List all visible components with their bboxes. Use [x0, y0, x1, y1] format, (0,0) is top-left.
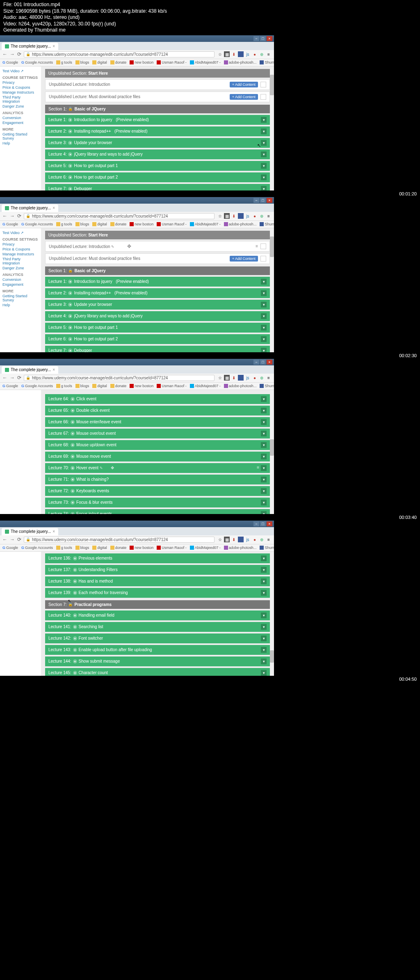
- instructors-link[interactable]: Manage Instructors: [2, 90, 39, 94]
- expand-button[interactable]: ▾: [261, 302, 267, 308]
- forward-button[interactable]: →: [10, 537, 15, 542]
- lecture-row[interactable]: Lecture 5: ● How to get output part 1 ▾: [45, 323, 270, 333]
- expand-button[interactable]: ▾: [261, 325, 267, 330]
- lecture-row[interactable]: Lecture 6: ● How to get output part 2 ▾: [45, 172, 270, 182]
- menu-icon[interactable]: ≡: [266, 537, 272, 542]
- help-link[interactable]: Help: [2, 141, 39, 145]
- ext-icon[interactable]: [238, 375, 244, 381]
- reload-button[interactable]: ⟳: [17, 537, 21, 542]
- back-button[interactable]: ←: [2, 51, 7, 57]
- lecture-row[interactable]: Lecture 2: ● Installing notepad++ (Previ…: [45, 126, 270, 136]
- expand-button[interactable]: ▾: [261, 336, 267, 342]
- ext-icon[interactable]: ▦: [224, 213, 230, 219]
- third-party-link[interactable]: Third Party Integration: [2, 257, 39, 265]
- expand-button[interactable]: ▾: [261, 290, 267, 296]
- expand-button[interactable]: ▾: [261, 442, 267, 448]
- expand-button[interactable]: ▾: [261, 555, 267, 561]
- expand-button[interactable]: ▾: [261, 613, 267, 618]
- bookmark-item[interactable]: GGoogle: [2, 222, 18, 226]
- bars-icon[interactable]: ≡: [257, 465, 259, 471]
- browser-tab[interactable]: The complete jquery... ×: [2, 43, 58, 50]
- edit-icon[interactable]: ✎: [100, 466, 103, 470]
- bookmark-item[interactable]: GGoogle Accounts: [21, 384, 53, 388]
- menu-icon[interactable]: ≡: [266, 213, 272, 219]
- lecture-row[interactable]: Lecture 136: ● Previous elements ▾: [45, 553, 270, 563]
- star-icon[interactable]: ☆: [217, 51, 223, 57]
- bookmark-item[interactable]: digital: [92, 384, 107, 388]
- lecture-row[interactable]: Lecture 6: ● How to get output part 2 ▾: [45, 334, 270, 344]
- expand-button[interactable]: ▾: [261, 408, 267, 413]
- danger-link[interactable]: Danger Zone: [2, 266, 39, 270]
- bookmark-item[interactable]: AbidMajeed07 -: [190, 546, 221, 550]
- minimize-button[interactable]: −: [253, 521, 259, 526]
- minimize-button[interactable]: −: [253, 198, 259, 203]
- expand-button[interactable]: ▾: [261, 117, 267, 123]
- scroll-thumb[interactable]: [270, 439, 274, 456]
- bookmark-item[interactable]: GGoogle Accounts: [21, 60, 53, 64]
- star-icon[interactable]: ☆: [217, 375, 223, 381]
- expand-button[interactable]: ▾: [261, 279, 267, 285]
- ext-icon[interactable]: js: [245, 51, 251, 57]
- danger-link[interactable]: Danger Zone: [2, 104, 39, 108]
- browser-tab[interactable]: The complete jquery... ×: [2, 204, 58, 212]
- url-bar[interactable]: 🔒 https://www.udemy.com/course-manage/ed…: [24, 51, 215, 57]
- delete-button[interactable]: [260, 256, 266, 262]
- ext-icon[interactable]: [238, 537, 244, 542]
- menu-icon[interactable]: ≡: [266, 375, 272, 381]
- lecture-row[interactable]: Lecture 70: ● Hover event ✎ ✥ ≡▾: [45, 463, 270, 473]
- bookmark-item[interactable]: donate: [110, 60, 127, 64]
- ext-icon[interactable]: js: [245, 213, 251, 219]
- expand-button[interactable]: ▾: [261, 659, 267, 664]
- lecture-row[interactable]: Lecture 67: ● Mouse over/out event ▾: [45, 429, 270, 438]
- delete-button[interactable]: [260, 243, 266, 249]
- lecture-row[interactable]: Lecture 71: ● What is chaining? ▾: [45, 475, 270, 484]
- ext-icon[interactable]: ⬇: [231, 213, 237, 219]
- bookmark-item[interactable]: digital: [92, 60, 107, 64]
- price-link[interactable]: Price & Coupons: [2, 85, 39, 90]
- maximize-button[interactable]: □: [260, 360, 266, 365]
- tab-close-icon[interactable]: ×: [52, 206, 55, 210]
- ext-icon[interactable]: [238, 51, 244, 57]
- bookmark-item[interactable]: Shumail Ahmed: [260, 60, 274, 64]
- ext-icon[interactable]: ▦: [224, 537, 230, 542]
- scrollbar[interactable]: [270, 67, 274, 190]
- bookmark-item[interactable]: Usman Raoof -: [157, 384, 187, 388]
- lecture-row[interactable]: Lecture 141: ● Searching list ▾: [45, 622, 270, 632]
- url-bar[interactable]: 🔒 https://www.udemy.com/course-manage/ed…: [24, 213, 215, 219]
- edit-icon[interactable]: ✎: [111, 245, 114, 249]
- bookmark-item[interactable]: new boston: [130, 546, 153, 550]
- lecture-row[interactable]: Lecture 1: ● Introduction to jquery (Pre…: [45, 115, 270, 125]
- reload-button[interactable]: ⟳: [17, 51, 21, 57]
- lecture-row[interactable]: Lecture 72: ● Keyboards events ▾: [45, 486, 270, 496]
- delete-button[interactable]: [260, 94, 266, 100]
- expand-button[interactable]: ▾: [261, 186, 267, 190]
- bookmark-item[interactable]: g tools: [56, 384, 72, 388]
- unpublished-lecture-item[interactable]: Unpublished Lecture: Introduction + Add …: [45, 79, 270, 90]
- instructors-link[interactable]: Manage Instructors: [2, 252, 39, 256]
- lecture-row[interactable]: Lecture 3: ● Update your browser ▾: [45, 300, 270, 310]
- bookmark-item[interactable]: digital: [92, 546, 107, 550]
- expand-button[interactable]: ▾: [261, 567, 267, 573]
- ext-icon[interactable]: ⊕: [259, 537, 265, 542]
- back-button[interactable]: ←: [2, 537, 7, 542]
- tab-close-icon[interactable]: ×: [52, 529, 55, 534]
- add-content-button[interactable]: + Add Content: [230, 256, 258, 262]
- bookmark-item[interactable]: donate: [110, 384, 127, 388]
- price-link[interactable]: Price & Coupons: [2, 247, 39, 251]
- expand-button[interactable]: ▾: [261, 163, 267, 169]
- close-button[interactable]: ×: [267, 521, 272, 526]
- engagement-link[interactable]: Engagement: [2, 282, 39, 287]
- bookmark-item[interactable]: adobe-photosh...: [224, 546, 257, 550]
- close-button[interactable]: ×: [267, 360, 272, 365]
- expand-button[interactable]: ▾: [261, 140, 267, 146]
- lecture-row[interactable]: Lecture 69: ● Mouse move event ▾: [45, 452, 270, 461]
- scrollbar[interactable]: [270, 228, 274, 352]
- delete-button[interactable]: [260, 82, 266, 87]
- maximize-button[interactable]: □: [260, 36, 266, 41]
- bookmark-item[interactable]: AbidMajeed07 -: [190, 222, 221, 226]
- privacy-link[interactable]: Privacy: [2, 80, 39, 85]
- star-icon[interactable]: ☆: [217, 537, 223, 542]
- ext-icon[interactable]: ●: [252, 375, 258, 381]
- lecture-row[interactable]: Lecture 4: ● jQuery library and ways to …: [45, 311, 270, 321]
- tab-close-icon[interactable]: ×: [52, 44, 55, 48]
